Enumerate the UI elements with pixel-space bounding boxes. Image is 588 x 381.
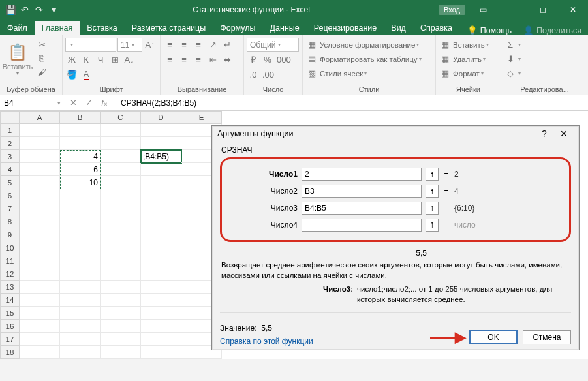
align-right-icon[interactable]: ≡ — [192, 53, 205, 67]
cancel-button[interactable]: Отмена — [523, 330, 571, 344]
fx-icon[interactable]: fₓ — [97, 98, 112, 108]
cell-D8[interactable] — [141, 215, 181, 228]
cell-D12[interactable] — [141, 267, 181, 281]
grow-font-icon[interactable]: A↑ — [144, 38, 157, 52]
orientation-icon[interactable]: ↗ — [206, 38, 219, 52]
conditional-formatting-button[interactable]: ▦Условное форматирование▾ — [305, 38, 423, 52]
italic-icon[interactable]: К — [80, 53, 93, 67]
close-icon[interactable]: ✕ — [558, 0, 588, 20]
format-cells-button[interactable]: ▦Формат▾ — [439, 67, 487, 80]
cancel-formula-icon[interactable]: ✕ — [65, 98, 81, 108]
merge-icon[interactable]: ⬌ — [221, 53, 234, 67]
indent-dec-icon[interactable]: ⇤ — [206, 53, 219, 67]
row-header-17[interactable]: 17 — [0, 333, 20, 346]
cell-A16[interactable] — [20, 320, 60, 333]
cell-D17[interactable] — [141, 333, 181, 346]
cell-D13[interactable] — [141, 281, 181, 294]
row-header-18[interactable]: 18 — [0, 346, 20, 359]
tab-file[interactable]: Файл — [0, 21, 35, 35]
cell-B13[interactable] — [60, 281, 101, 294]
cell-A5[interactable] — [20, 176, 60, 189]
cell-B2[interactable] — [60, 137, 101, 150]
cell-styles-button[interactable]: ▧Стили ячеек▾ — [305, 67, 371, 80]
formula-input[interactable]: =СРЗНАЧ(2;B3;B4:B5) — [112, 95, 588, 110]
cell-C5[interactable] — [101, 176, 141, 189]
cell-B11[interactable] — [60, 254, 101, 267]
row-header-15[interactable]: 15 — [0, 307, 20, 320]
cell-B16[interactable] — [60, 320, 101, 333]
col-header-E[interactable]: E — [181, 111, 222, 124]
cell-A1[interactable] — [20, 124, 60, 137]
arg-input-3[interactable] — [302, 219, 422, 232]
row-header-1[interactable]: 1 — [0, 124, 20, 137]
cell-A2[interactable] — [20, 137, 60, 150]
align-top-icon[interactable]: ≡ — [163, 38, 176, 52]
cell-D14[interactable] — [141, 294, 181, 307]
cell-C7[interactable] — [101, 202, 141, 215]
cell-A12[interactable] — [20, 267, 60, 281]
align-left-icon[interactable]: ≡ — [163, 53, 176, 67]
select-all-corner[interactable] — [0, 111, 20, 124]
cell-D2[interactable] — [141, 137, 181, 150]
maximize-icon[interactable]: ◻ — [528, 0, 558, 20]
align-center-icon[interactable]: ≡ — [178, 53, 191, 67]
cell-A9[interactable] — [20, 228, 60, 241]
tab-layout[interactable]: Разметка страницы — [125, 21, 213, 35]
cell-B9[interactable] — [60, 228, 101, 241]
format-as-table-button[interactable]: ▤Форматировать как таблицу▾ — [305, 52, 426, 66]
tab-review[interactable]: Рецензирование — [307, 21, 384, 35]
cell-D3[interactable]: ;B4:B5) — [141, 150, 181, 163]
cell-A13[interactable] — [20, 281, 60, 294]
tab-formulas[interactable]: Формулы — [213, 21, 262, 35]
arg-input-1[interactable] — [302, 185, 422, 198]
dialog-help-icon[interactable]: ? — [534, 126, 554, 142]
cell-D1[interactable] — [141, 124, 181, 137]
tab-home[interactable]: Главная — [35, 21, 80, 35]
percent-icon[interactable]: % — [261, 53, 274, 67]
range-picker-icon-0[interactable]: ⭱ — [426, 168, 439, 181]
row-header-6[interactable]: 6 — [0, 189, 20, 202]
row-header-14[interactable]: 14 — [0, 294, 20, 307]
row-header-5[interactable]: 5 — [0, 176, 20, 189]
cell-B1[interactable] — [60, 124, 101, 137]
cell-B15[interactable] — [60, 307, 101, 320]
cell-B18[interactable] — [60, 346, 101, 359]
delete-cells-button[interactable]: ▦Удалить▾ — [439, 52, 489, 66]
cell-A14[interactable] — [20, 294, 60, 307]
row-header-3[interactable]: 3 — [0, 150, 20, 163]
help-button[interactable]: 💡 Помощь — [462, 25, 517, 35]
cell-C4[interactable] — [101, 163, 141, 176]
save-icon[interactable]: 💾 — [4, 3, 17, 16]
cell-B8[interactable] — [60, 215, 101, 228]
col-header-C[interactable]: C — [101, 111, 141, 124]
cell-C18[interactable] — [101, 346, 141, 359]
wrap-text-icon[interactable]: ↵ — [221, 38, 234, 52]
cell-A15[interactable] — [20, 307, 60, 320]
cell-D5[interactable] — [141, 176, 181, 189]
paste-button[interactable]: 📋 Вставить ▾ — [3, 38, 33, 81]
name-box[interactable]: B4 — [0, 95, 52, 110]
ok-button[interactable]: OK — [469, 330, 518, 344]
cell-C3[interactable] — [101, 150, 141, 163]
bold-icon[interactable]: Ж — [65, 53, 78, 67]
arg-input-2[interactable] — [302, 202, 422, 215]
cell-C8[interactable] — [101, 215, 141, 228]
row-header-9[interactable]: 9 — [0, 228, 20, 241]
insert-cells-button[interactable]: ▦Вставить▾ — [439, 38, 493, 52]
cell-A4[interactable] — [20, 163, 60, 176]
format-painter-icon[interactable]: 🖌 — [35, 65, 48, 78]
cell-C10[interactable] — [101, 241, 141, 254]
cell-D15[interactable] — [141, 307, 181, 320]
cell-C11[interactable] — [101, 254, 141, 267]
row-header-11[interactable]: 11 — [0, 254, 20, 267]
cell-B17[interactable] — [60, 333, 101, 346]
cell-B7[interactable] — [60, 202, 101, 215]
dialog-close-icon[interactable]: ✕ — [554, 126, 574, 142]
tab-help-tab[interactable]: Справка — [413, 21, 459, 35]
row-header-10[interactable]: 10 — [0, 241, 20, 254]
redo-icon[interactable]: ↷ — [33, 3, 46, 16]
col-header-D[interactable]: D — [141, 111, 181, 124]
cell-C15[interactable] — [101, 307, 141, 320]
dec-decimal-icon[interactable]: .00 — [261, 69, 275, 82]
cell-D6[interactable] — [141, 189, 181, 202]
